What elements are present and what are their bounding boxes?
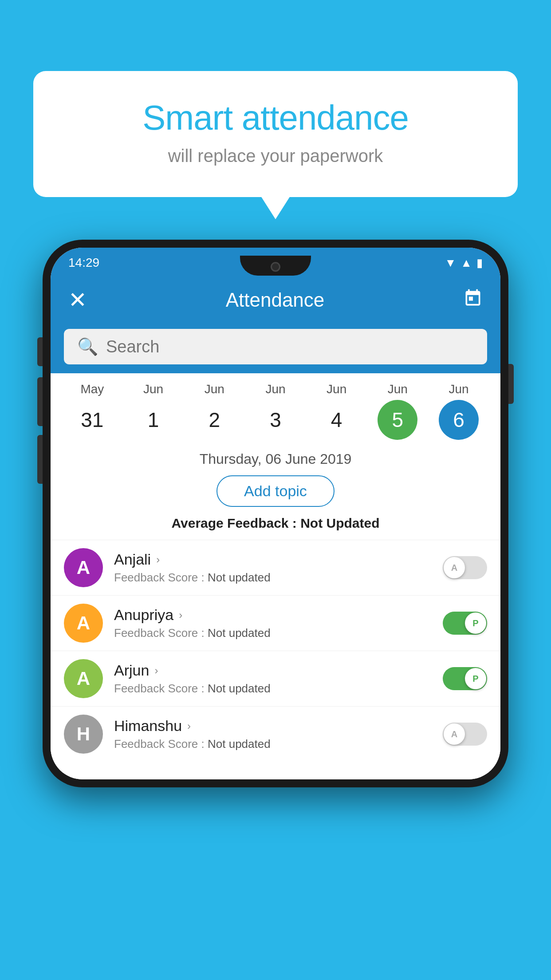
phone-screen: 14:29 ▼ ▲ ▮ ✕ Attendance bbox=[51, 248, 500, 779]
toggle-container[interactable]: P bbox=[443, 667, 487, 690]
add-topic-button[interactable]: Add topic bbox=[216, 475, 335, 507]
student-row[interactable]: HHimanshu ›Feedback Score : Not updatedA bbox=[51, 706, 500, 762]
avg-feedback-value: Not Updated bbox=[300, 516, 379, 530]
student-info: Anjali ›Feedback Score : Not updated bbox=[114, 551, 443, 585]
cal-month-label: Jun bbox=[265, 382, 285, 396]
signal-icon: ▲ bbox=[460, 256, 472, 270]
calendar-row: May31Jun1Jun2Jun3Jun4Jun5Jun6 bbox=[51, 373, 500, 440]
cal-month-label: Jun bbox=[143, 382, 163, 396]
search-bar[interactable]: 🔍 bbox=[64, 329, 487, 364]
student-row[interactable]: AAnjali ›Feedback Score : Not updatedA bbox=[51, 540, 500, 595]
battery-icon: ▮ bbox=[476, 256, 483, 270]
chevron-icon: › bbox=[156, 553, 160, 566]
toggle-thumb: P bbox=[465, 668, 486, 689]
calendar-day[interactable]: Jun2 bbox=[188, 382, 241, 440]
search-input[interactable] bbox=[106, 337, 474, 356]
student-feedback: Feedback Score : Not updated bbox=[114, 571, 443, 585]
bubble-title: Smart attendance bbox=[69, 98, 482, 138]
student-info: Anupriya ›Feedback Score : Not updated bbox=[114, 606, 443, 640]
app-bar: ✕ Attendance bbox=[51, 278, 500, 322]
student-name: Himanshu › bbox=[114, 717, 443, 735]
student-avatar: A bbox=[64, 659, 103, 698]
attendance-toggle[interactable]: A bbox=[443, 556, 487, 579]
student-avatar: A bbox=[64, 604, 103, 643]
toggle-thumb: P bbox=[465, 612, 486, 634]
app-bar-title: Attendance bbox=[87, 289, 463, 311]
calendar-day[interactable]: Jun3 bbox=[249, 382, 302, 440]
avg-feedback: Average Feedback : Not Updated bbox=[51, 516, 500, 531]
toggle-container[interactable]: A bbox=[443, 556, 487, 579]
cal-month-label: Jun bbox=[449, 382, 468, 396]
mute-button bbox=[37, 337, 43, 366]
cal-date-number[interactable]: 1 bbox=[134, 400, 173, 440]
selected-date: Thursday, 06 June 2019 bbox=[51, 451, 500, 467]
phone-body: 14:29 ▼ ▲ ▮ ✕ Attendance bbox=[43, 240, 508, 787]
search-container: 🔍 bbox=[51, 322, 500, 373]
status-time: 14:29 bbox=[68, 256, 99, 270]
cal-month-label: Jun bbox=[388, 382, 408, 396]
search-icon: 🔍 bbox=[77, 337, 98, 356]
student-avatar: H bbox=[64, 715, 103, 754]
cal-date-number[interactable]: 5 bbox=[378, 400, 417, 440]
toggle-thumb: A bbox=[444, 723, 465, 745]
student-feedback: Feedback Score : Not updated bbox=[114, 737, 443, 751]
student-name: Arjun › bbox=[114, 662, 443, 679]
calendar-day[interactable]: Jun6 bbox=[432, 382, 485, 440]
cal-month-label: May bbox=[80, 382, 104, 396]
attendance-toggle[interactable]: P bbox=[443, 612, 487, 635]
calendar-day[interactable]: Jun1 bbox=[127, 382, 180, 440]
student-info: Arjun ›Feedback Score : Not updated bbox=[114, 662, 443, 695]
student-row[interactable]: AArjun ›Feedback Score : Not updatedP bbox=[51, 651, 500, 706]
power-button bbox=[508, 364, 514, 404]
toggle-container[interactable]: A bbox=[443, 723, 487, 746]
calendar-day[interactable]: Jun4 bbox=[310, 382, 363, 440]
cal-date-number[interactable]: 31 bbox=[72, 400, 112, 440]
speech-bubble: Smart attendance will replace your paper… bbox=[33, 71, 518, 197]
student-avatar: A bbox=[64, 548, 103, 587]
chevron-icon: › bbox=[187, 720, 191, 732]
chevron-icon: › bbox=[179, 609, 182, 621]
cal-month-label: Jun bbox=[327, 382, 346, 396]
cal-date-number[interactable]: 4 bbox=[317, 400, 357, 440]
student-info: Himanshu ›Feedback Score : Not updated bbox=[114, 717, 443, 751]
student-feedback: Feedback Score : Not updated bbox=[114, 626, 443, 640]
front-camera bbox=[271, 262, 280, 272]
volume-down-button bbox=[37, 435, 43, 484]
student-name: Anjali › bbox=[114, 551, 443, 568]
chevron-icon: › bbox=[154, 664, 158, 677]
toggle-container[interactable]: P bbox=[443, 612, 487, 635]
cal-date-number[interactable]: 6 bbox=[439, 400, 479, 440]
calendar-icon[interactable] bbox=[463, 288, 483, 312]
student-row[interactable]: AAnupriya ›Feedback Score : Not updatedP bbox=[51, 595, 500, 651]
calendar-day[interactable]: May31 bbox=[66, 382, 119, 440]
phone-frame: 14:29 ▼ ▲ ▮ ✕ Attendance bbox=[43, 240, 508, 787]
bubble-subtitle: will replace your paperwork bbox=[69, 146, 482, 166]
status-icons: ▼ ▲ ▮ bbox=[445, 256, 483, 270]
main-content: May31Jun1Jun2Jun3Jun4Jun5Jun6 Thursday, … bbox=[51, 373, 500, 779]
attendance-toggle[interactable]: P bbox=[443, 667, 487, 690]
volume-up-button bbox=[37, 377, 43, 426]
avg-feedback-label: Average Feedback : bbox=[171, 516, 296, 530]
calendar-day[interactable]: Jun5 bbox=[371, 382, 424, 440]
cal-date-number[interactable]: 2 bbox=[194, 400, 234, 440]
student-name: Anupriya › bbox=[114, 606, 443, 624]
student-feedback: Feedback Score : Not updated bbox=[114, 682, 443, 695]
cal-month-label: Jun bbox=[205, 382, 224, 396]
phone-notch bbox=[240, 256, 311, 276]
students-list: AAnjali ›Feedback Score : Not updatedAAA… bbox=[51, 540, 500, 762]
wifi-icon: ▼ bbox=[445, 256, 457, 270]
toggle-thumb: A bbox=[444, 557, 465, 578]
cal-date-number[interactable]: 3 bbox=[256, 400, 295, 440]
attendance-toggle[interactable]: A bbox=[443, 723, 487, 746]
close-button[interactable]: ✕ bbox=[68, 287, 87, 313]
